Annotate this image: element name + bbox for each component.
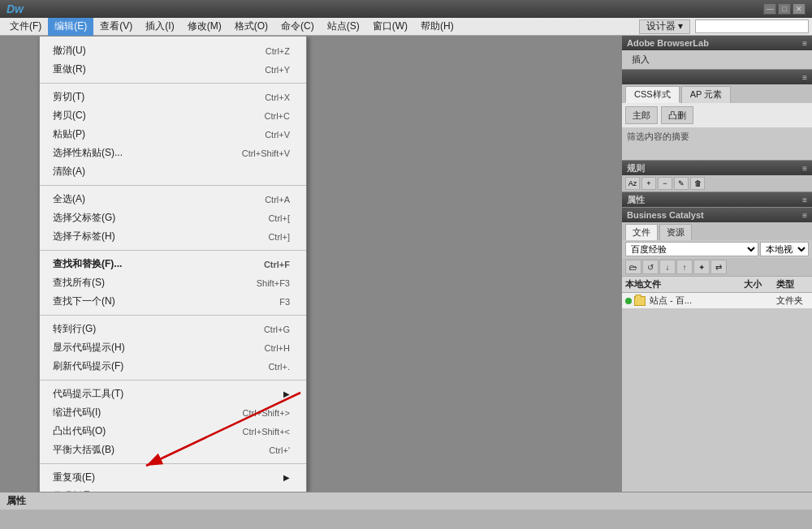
menu-file[interactable]: 文件(F) [3,18,48,36]
edit-dropdown-menu: 撤消(U) Ctrl+Z 重做(R) Ctrl+Y 剪切(T) Ctrl+X 拷… [39,36,307,492]
css-ap-header: ≡ [622,70,812,84]
right-panel: Adobe BrowserLab ≡ 插入 ≡ CSS样式 AP 元素 主郎 凸… [621,36,812,492]
menu-go-to-line[interactable]: 转到行(G) Ctrl+G [40,320,306,338]
css-ap-collapse[interactable]: ≡ [802,73,807,82]
folder-icon [633,295,646,307]
menu-find-next[interactable]: 查找下一个(N) F3 [40,292,306,311]
bc-tool-refresh[interactable]: ↺ [642,260,659,274]
search-input[interactable] [695,19,809,33]
bc-tabs: 文件 资源 [622,222,812,240]
tab-ap-elements[interactable]: AP 元素 [681,86,732,103]
bc-col-size: 大小 [744,278,776,290]
menu-select-child[interactable]: 选择子标签(H) Ctrl+] [40,227,306,246]
menu-view[interactable]: 查看(V) [93,18,139,36]
properties-collapse[interactable]: ≡ [802,196,807,204]
tab-css-style[interactable]: CSS样式 [625,86,680,103]
menu-section-6: 代码提示工具(T) ▶ 缩进代码(I) Ctrl+Shift+> 凸出代码(O)… [40,383,306,461]
bc-tool-upload[interactable]: ↑ [676,260,693,274]
maximize-button[interactable]: □ [778,3,791,15]
menu-balance-braces[interactable]: 平衡大括弧(B) Ctrl+' [40,441,306,459]
menu-outdent[interactable]: 凸出代码(O) Ctrl+Shift+< [40,422,306,441]
bc-collapse[interactable]: ≡ [802,211,807,220]
menu-redo[interactable]: 重做(R) Ctrl+Y [40,60,306,79]
menu-find-all[interactable]: 查找所有(S) Shift+F3 [40,273,306,292]
bc-toolbar: 百度经验 本地视图 [622,240,812,258]
menu-paste-special[interactable]: 选择性粘贴(S)... Ctrl+Shift+V [40,144,306,162]
menu-cut[interactable]: 剪切(T) Ctrl+X [40,88,306,106]
bc-col-name: 本地文件 [625,278,744,290]
bc-title: Business Catalyst [627,210,704,220]
css-btn-tushu[interactable]: 凸删 [661,106,693,124]
bc-col-type: 类型 [776,278,809,290]
bc-file-header: 本地文件 大小 类型 [622,277,812,293]
properties-panel: 属性 ≡ [622,192,812,208]
css-panel-content: 主郎 凸删 [622,103,812,127]
minimize-button[interactable]: — [763,3,776,15]
menu-site[interactable]: 站点(S) [321,18,366,36]
menu-bar: 文件(F) 编辑(E) 查看(V) 插入(I) 修改(M) 格式(O) 命令(C… [0,18,812,36]
properties-title: 属性 [627,194,645,206]
bc-view-select[interactable]: 本地视图 [760,242,809,256]
rules-collapse[interactable]: ≡ [802,164,807,173]
title-bar-left: Dw [6,2,24,15]
bc-site-select[interactable]: 百度经验 [625,242,758,256]
menu-insert[interactable]: 插入(I) [139,18,180,36]
properties-header: 属性 ≡ [622,192,812,207]
bc-file-type: 文件夹 [776,295,809,307]
bc-tools: 🗁 ↺ ↓ ↑ ✦ ⇄ [622,258,812,276]
rules-tool-trash[interactable]: 🗑 [690,177,705,190]
menu-repeat[interactable]: 重复项(E) ▶ [40,468,306,487]
menu-edit[interactable]: 编辑(E) [48,18,93,36]
close-button[interactable]: ✕ [793,3,806,15]
menu-section-7: 重复项(E) ▶ 代码折叠 ▶ [40,467,306,492]
menu-command[interactable]: 命令(C) [274,18,321,36]
rules-tool-minus[interactable]: − [658,177,672,190]
bc-tool-folder[interactable]: 🗁 [625,260,641,274]
rules-toolbar: Az + − ✎ 🗑 [622,175,812,191]
rules-title: 规则 [627,162,645,174]
menu-code-collapse[interactable]: 代码折叠 ▶ [40,487,306,492]
menu-show-code-hints[interactable]: 显示代码提示(H) Ctrl+H [40,338,306,357]
browser-lab-collapse[interactable]: ≡ [802,39,807,48]
rules-panel: 规则 ≡ Az + − ✎ 🗑 [622,161,812,192]
menu-clear[interactable]: 清除(A) [40,162,306,181]
menu-section-1: 撤消(U) Ctrl+Z 重做(R) Ctrl+Y [40,40,306,80]
menu-select-parent[interactable]: 选择父标签(G) Ctrl+[ [40,209,306,227]
bc-tool-expand[interactable]: ⇄ [710,260,727,274]
bc-file-row[interactable]: 站点 - 百... 文件夹 [622,293,812,308]
rules-header: 规则 ≡ [622,161,812,175]
menu-section-4: 查找和替换(F)... Ctrl+F 查找所有(S) Shift+F3 查找下一… [40,253,306,312]
menu-undo[interactable]: 撤消(U) Ctrl+Z [40,41,306,60]
browser-lab-title: Adobe BrowserLab [627,38,709,48]
menu-section-2: 剪切(T) Ctrl+X 拷贝(C) Ctrl+C 粘贴(P) Ctrl+V 选… [40,86,306,183]
rules-tool-edit[interactable]: ✎ [674,177,689,190]
css-btn-zhulang[interactable]: 主郎 [625,106,658,124]
properties-bar: 属性 [0,492,812,510]
bc-header: Business Catalyst ≡ [622,208,812,222]
title-bar-controls: — □ ✕ [763,3,806,15]
designer-button[interactable]: 设计器 ▾ [639,19,690,34]
menu-find-replace[interactable]: 查找和替换(F)... Ctrl+F [40,255,306,273]
menu-format[interactable]: 格式(O) [228,18,274,36]
bc-tab-resources[interactable]: 资源 [659,224,692,240]
bc-tab-files[interactable]: 文件 [625,224,658,240]
rules-tool-plus[interactable]: + [641,177,656,190]
bc-file-list: 本地文件 大小 类型 站点 - 百... 文件夹 [622,276,812,308]
menu-paste[interactable]: 粘贴(P) Ctrl+V [40,125,306,144]
bc-tool-download[interactable]: ↓ [659,260,676,274]
menu-modify[interactable]: 修改(M) [181,18,228,36]
menu-window[interactable]: 窗口(W) [366,18,414,36]
browser-lab-header: Adobe BrowserLab ≡ [622,36,812,50]
css-ap-panel: ≡ CSS样式 AP 元素 主郎 凸删 筛选内容的摘要 [622,70,812,161]
rules-tool-az[interactable]: Az [625,177,640,190]
menu-refresh-hints[interactable]: 刷新代码提示(F) Ctrl+. [40,357,306,376]
properties-label: 属性 [6,494,26,508]
browser-lab-panel: Adobe BrowserLab ≡ 插入 [622,36,812,70]
bc-tool-sync[interactable]: ✦ [693,260,710,274]
business-catalyst-panel: Business Catalyst ≡ 文件 资源 百度经验 本地视图 🗁 ↺ … [622,208,812,492]
menu-help[interactable]: 帮助(H) [414,18,460,36]
menu-copy[interactable]: 拷贝(C) Ctrl+C [40,106,306,125]
menu-code-hint-tools[interactable]: 代码提示工具(T) ▶ [40,385,306,403]
menu-indent[interactable]: 缩进代码(I) Ctrl+Shift+> [40,403,306,422]
menu-select-all[interactable]: 全选(A) Ctrl+A [40,190,306,209]
